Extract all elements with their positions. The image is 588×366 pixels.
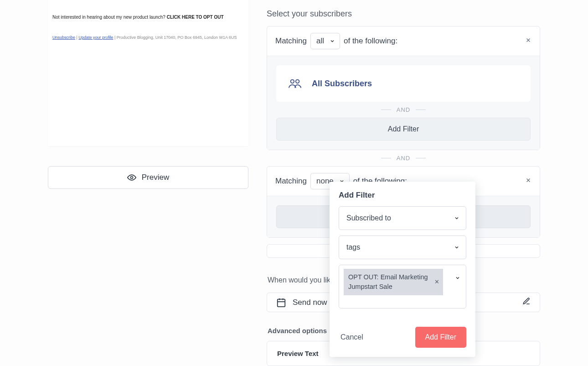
people-icon: [288, 78, 302, 89]
svg-point-4: [296, 80, 299, 84]
email-optout-line: Not interested in hearing about my new p…: [52, 15, 244, 20]
popover-title: Add Filter: [339, 191, 466, 200]
chevron-down-icon: [454, 215, 459, 221]
chevron-down-icon: [454, 245, 459, 250]
email-footer: Unsubscribe | Update your profile | Prod…: [52, 35, 244, 40]
email-preview-card: Not interested in hearing about my new p…: [48, 0, 248, 146]
svg-rect-7: [278, 299, 285, 307]
tag-chip: OPT OUT: Email Marketing Jumpstart Sale …: [344, 269, 443, 295]
footer-unsubscribe-link[interactable]: Unsubscribe: [52, 35, 75, 40]
popover-actions: Cancel Add Filter: [339, 327, 466, 348]
footer-address: | Productive Blogging, Unit 17040, PO Bo…: [114, 35, 237, 40]
add-filter-popover: Add Filter Subscribed to tags OPT OUT: E…: [330, 182, 475, 357]
svg-point-0: [130, 177, 133, 179]
select-subscribers-heading: Select your subscribers: [267, 9, 540, 19]
eye-icon: [127, 173, 136, 182]
and-divider-between-groups: AND: [267, 150, 540, 166]
filter-group-1-header: Matching all of the following:: [267, 26, 540, 56]
remove-group-button[interactable]: [525, 37, 531, 45]
filter-type-select[interactable]: Subscribed to: [339, 206, 466, 230]
preview-button[interactable]: Preview: [48, 166, 248, 189]
close-icon: [525, 37, 531, 43]
pencil-icon: [522, 297, 531, 305]
svg-point-3: [291, 80, 294, 84]
popover-cancel-button[interactable]: Cancel: [339, 329, 365, 346]
all-subscribers-card[interactable]: All Subscribers: [276, 65, 531, 102]
matching-label-2: Matching: [275, 177, 307, 186]
filter-group-1: Matching all of the following: All Subsc…: [267, 26, 540, 150]
matching-mode-select[interactable]: all: [310, 33, 340, 49]
edit-schedule-button[interactable]: [522, 297, 531, 308]
popover-add-filter-button[interactable]: Add Filter: [415, 327, 466, 348]
filter-group-1-body: All Subscribers AND Add Filter: [267, 56, 540, 150]
of-following-label: of the following:: [344, 37, 397, 46]
add-filter-button-group1[interactable]: Add Filter: [276, 118, 531, 141]
preview-button-label: Preview: [142, 173, 169, 182]
and-divider-inner: AND: [276, 102, 531, 118]
remove-group-2-button[interactable]: [525, 177, 531, 185]
close-icon: [525, 177, 531, 183]
chevron-down-icon: [330, 38, 335, 44]
calendar-icon: [276, 298, 286, 308]
send-now-label: Send now: [293, 298, 327, 307]
email-optout-text: Not interested in hearing about my new p…: [52, 15, 167, 20]
remove-tag-button[interactable]: ✕: [434, 278, 439, 287]
chevron-down-icon: [455, 275, 460, 281]
tag-dropdown-toggle[interactable]: [455, 274, 460, 282]
email-optout-link[interactable]: CLICK HERE TO OPT OUT: [167, 15, 224, 20]
all-subscribers-label: All Subscribers: [312, 79, 372, 89]
tag-multiselect[interactable]: OPT OUT: Email Marketing Jumpstart Sale …: [339, 265, 466, 308]
filter-field-select[interactable]: tags: [339, 235, 466, 259]
footer-update-profile-link[interactable]: Update your profile: [78, 35, 113, 40]
matching-label: Matching: [275, 37, 307, 46]
